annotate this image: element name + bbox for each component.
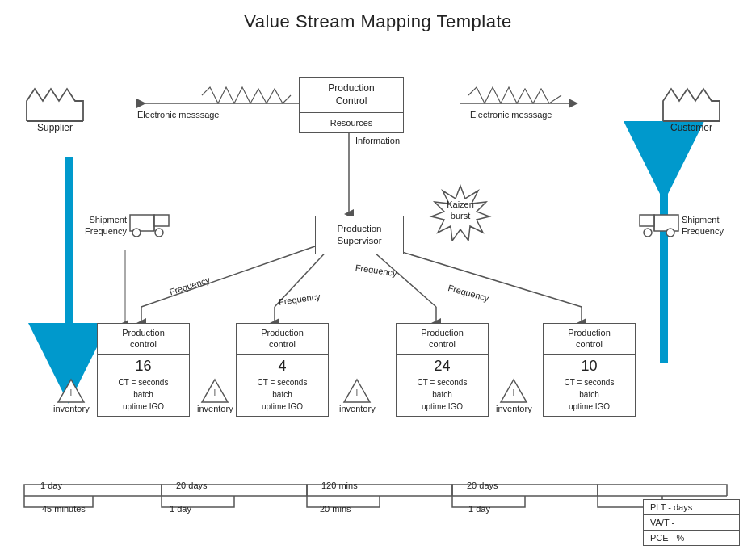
proc1-title: Productioncontrol (98, 324, 189, 355)
svg-point-32 (666, 229, 674, 237)
production-control-group: ProductionControl Resources (299, 77, 404, 133)
proc4-details: CT = secondsbatchuptime IGO (544, 376, 635, 416)
customer-factory: Customer (659, 81, 724, 133)
svg-point-27 (155, 229, 163, 237)
timeline-top-1: 1 day (40, 481, 62, 490)
legend-box: PLT - days VA/T - PCE - % (643, 499, 740, 546)
proc1-details: CT = secondsbatchuptime IGO (98, 376, 189, 416)
proc1-number: 16 (98, 355, 189, 376)
supplier-factory: Supplier (23, 81, 87, 133)
legend-vat: VA/T - (644, 515, 739, 531)
svg-text:I: I (214, 388, 216, 397)
freq-label-3: Frequency (355, 262, 397, 278)
timeline-bottom-3: 20 mins (320, 504, 351, 514)
freq-label-2: Frequency (278, 292, 321, 307)
proc3-details: CT = secondsbatchuptime IGO (397, 376, 488, 416)
inv4-label: inventory (496, 404, 532, 413)
proc4-number: 10 (544, 355, 635, 376)
inv1-label: inventory (53, 404, 90, 413)
timeline-bottom-4: 1 day (468, 504, 490, 514)
svg-text:I: I (356, 388, 359, 397)
legend-plt: PLT - days (644, 500, 739, 515)
information-label: Information (355, 136, 400, 145)
electronic-msg-right: Electronic messsage (470, 110, 552, 120)
freq-label-1: Frequency (168, 275, 211, 296)
svg-point-31 (644, 229, 652, 237)
process-box-3: Productioncontrol 24 CT = secondsbatchup… (396, 323, 489, 417)
timeline-bottom-2: 1 day (170, 504, 191, 514)
timeline-top-3: 120 mins (321, 481, 358, 490)
svg-marker-24 (154, 215, 169, 226)
proc4-title: Productioncontrol (544, 324, 635, 355)
svg-rect-23 (130, 215, 154, 231)
freq-label-4: Frequency (447, 283, 489, 303)
supplier-label: Supplier (37, 122, 73, 133)
svg-rect-28 (654, 215, 678, 231)
svg-line-14 (368, 246, 436, 307)
truck-left: ShipmentFrequency (85, 212, 170, 239)
svg-text:I: I (513, 388, 515, 397)
inventory-4: I inventory (496, 378, 532, 413)
timeline-bottom-1: 45 minutes (42, 504, 86, 514)
kaizen-burst: Kaizenburst (428, 184, 493, 243)
svg-point-26 (132, 229, 141, 237)
truck-right: ShipmentFrequency (638, 212, 724, 239)
kaizen-label: Kaizenburst (428, 199, 493, 222)
svg-marker-29 (640, 215, 654, 226)
process-box-2: Productioncontrol 4 CT = secondsbatchupt… (236, 323, 329, 417)
page-title: Value Stream Mapping Template (0, 0, 756, 32)
proc2-details: CT = secondsbatchuptime IGO (237, 376, 328, 416)
proc2-number: 4 (237, 355, 328, 376)
proc3-title: Productioncontrol (397, 324, 488, 355)
production-supervisor-box: ProductionSupervisor (315, 216, 404, 254)
svg-text:I: I (70, 388, 73, 397)
production-control-box: ProductionControl (299, 77, 404, 112)
timeline-top-2: 20 days (176, 481, 208, 490)
proc2-title: Productioncontrol (237, 324, 328, 355)
page: Value Stream Mapping Template (0, 0, 756, 554)
electronic-msg-left: Electronic messsage (137, 110, 220, 120)
resources-box: Resources (299, 112, 404, 133)
timeline-top-4: 20 days (467, 481, 498, 490)
inv2-label: inventory (197, 404, 233, 413)
process-box-4: Productioncontrol 10 CT = secondsbatchup… (543, 323, 636, 417)
inventory-1: I inventory (53, 378, 90, 413)
process-box-1: Productioncontrol 16 CT = secondsbatchup… (97, 323, 190, 417)
inventory-3: I inventory (339, 378, 376, 413)
customer-label: Customer (670, 122, 712, 133)
legend-pce: PCE - % (644, 531, 739, 545)
inventory-2: I inventory (197, 378, 233, 413)
inv3-label: inventory (339, 404, 376, 413)
proc3-number: 24 (397, 355, 488, 376)
